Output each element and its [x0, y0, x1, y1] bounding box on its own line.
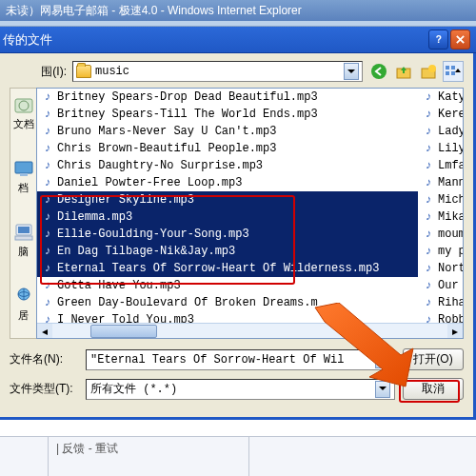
sidebar-computer[interactable]: 脑 [10, 222, 36, 259]
scroll-left-icon[interactable]: ◂ [37, 324, 52, 339]
file-name: Dilemma.mp3 [57, 210, 132, 224]
open-file-dialog: 传的文件 ? 围(I): music [0, 27, 476, 420]
filetype-value: 所有文件 (*.*) [90, 381, 375, 397]
music-file-icon: ♪ [41, 245, 54, 258]
file-item[interactable]: ♪Green Day-Boulevard Of Broken Dreams.m [37, 294, 418, 311]
sidebar-network[interactable]: 居 [10, 286, 36, 323]
chevron-down-icon[interactable] [375, 351, 390, 368]
file-item[interactable]: ♪Our Kind Of L [418, 277, 464, 294]
music-file-icon: ♪ [41, 279, 54, 292]
music-file-icon: ♪ [41, 108, 54, 121]
file-item[interactable]: ♪Chris Daughtry-No Surprise.mp3 [37, 157, 418, 174]
music-file-icon: ♪ [41, 210, 54, 224]
scroll-right-icon[interactable]: ▸ [447, 324, 463, 339]
file-item[interactable]: ♪Daniel Powter-Free Loop.mp3 [37, 174, 418, 191]
sidebar-recent[interactable]: 文档 [10, 94, 36, 131]
file-item[interactable]: ♪Mann-Buzzin. [418, 174, 464, 191]
view-menu-button[interactable] [443, 61, 464, 82]
svg-rect-6 [451, 66, 455, 69]
svg-rect-5 [446, 66, 449, 69]
file-name: Britney Spears-Till The World Ends.mp3 [57, 108, 318, 121]
sidebar-label: 档 [10, 181, 36, 195]
file-name: Mann-Buzzin. [438, 176, 464, 189]
file-item[interactable]: ♪my prayer.mp3 [418, 243, 464, 260]
filetype-label: 文件类型(T): [10, 381, 78, 397]
filename-label: 文件名(N): [10, 351, 78, 367]
help-button[interactable]: ? [428, 30, 448, 50]
file-item[interactable]: ♪Britney Spears-Till The World Ends.mp3 [37, 106, 418, 123]
file-name: Daniel Powter-Free Loop.mp3 [57, 176, 242, 189]
chevron-down-icon[interactable] [375, 381, 390, 398]
file-item[interactable]: ♪Bruno Mars-Never Say U Can't.mp3 [37, 123, 418, 140]
status-bar: | 反馈 - 重试 [0, 436, 476, 476]
file-item[interactable]: ♪Chris Brown-Beautiful People.mp3 [37, 140, 418, 157]
file-item[interactable]: ♪Designer Skyline.mp3 [37, 191, 418, 208]
horizontal-scrollbar[interactable]: ◂ ▸ [37, 323, 463, 338]
music-file-icon: ♪ [41, 90, 54, 104]
file-name: Ellie-Goulding-Your-Song.mp3 [57, 228, 249, 241]
file-list-pane[interactable]: ♪Britney Spears-Drop Dead Beautiful.mp3♪… [36, 88, 464, 339]
folder-icon [76, 65, 91, 78]
music-file-icon: ♪ [422, 176, 435, 189]
music-file-icon: ♪ [41, 228, 54, 241]
file-item[interactable]: ♪Lady Gaga-Jud [418, 123, 464, 140]
file-item[interactable]: ♪Lmfao-Party F [418, 157, 464, 174]
back-button[interactable] [368, 61, 389, 82]
file-name: Michael Jacks [438, 193, 464, 207]
file-name: Our Kind Of L [438, 279, 464, 292]
file-item[interactable]: ♪Gotta Have You.mp3 [37, 277, 418, 294]
music-file-icon: ♪ [41, 159, 54, 172]
file-item[interactable]: ♪Rihanna-S&M.m [418, 294, 464, 311]
svg-rect-7 [446, 71, 449, 75]
filename-combo[interactable]: "Eternal Tears Of Sorrow-Heart Of Wil [86, 349, 395, 370]
chevron-down-icon[interactable] [344, 63, 359, 80]
cancel-button[interactable]: 取消 [403, 378, 464, 400]
file-name: Gotta Have You.mp3 [57, 279, 181, 292]
status-cell [0, 437, 48, 476]
file-item[interactable]: ♪Ellie-Goulding-Your-Song.mp3 [37, 226, 418, 243]
file-name: Rihanna-S&M.m [438, 296, 464, 309]
dialog-title-bar: 传的文件 ? [0, 27, 476, 53]
file-item[interactable]: ♪moumoon - [418, 226, 464, 243]
scroll-thumb[interactable] [90, 325, 157, 338]
music-file-icon: ♪ [422, 193, 435, 207]
status-cell [249, 437, 476, 476]
file-name: my prayer.mp3 [438, 245, 464, 258]
file-name: Keren Ann-All [438, 108, 464, 121]
sidebar-desktop[interactable]: 档 [10, 158, 36, 195]
cancel-button-label: 取消 [422, 381, 445, 397]
file-name: moumoon - [438, 228, 464, 241]
file-name: Bruno Mars-Never Say U Can't.mp3 [57, 125, 276, 138]
places-sidebar: 文档 档 脑 居 [10, 88, 36, 339]
music-file-icon: ♪ [422, 262, 435, 275]
music-file-icon: ♪ [422, 125, 435, 138]
filetype-combo[interactable]: 所有文件 (*.*) [86, 379, 395, 400]
file-name: Katy Perry-Fi [438, 90, 464, 104]
file-item[interactable]: ♪En Dag Tilbage-Nik&Jay.mp3 [37, 243, 418, 260]
look-in-combo[interactable]: music [72, 61, 363, 82]
music-file-icon: ♪ [422, 142, 435, 155]
svg-rect-14 [18, 227, 30, 233]
file-item[interactable]: ♪Katy Perry-Fi [418, 89, 464, 106]
new-folder-button[interactable] [418, 61, 439, 82]
up-one-level-button[interactable] [393, 61, 414, 82]
svg-text:?: ? [436, 34, 442, 45]
open-button[interactable]: 打开(O) [403, 348, 464, 370]
file-item[interactable]: ♪Britney Spears-Drop Dead Beautiful.mp3 [37, 89, 418, 106]
look-in-label: 围(I): [10, 64, 67, 80]
music-file-icon: ♪ [422, 245, 435, 258]
music-file-icon: ♪ [41, 193, 54, 207]
file-item[interactable]: ♪Keren Ann-All [418, 106, 464, 123]
file-item[interactable]: ♪Norther-The F [418, 260, 464, 277]
file-item[interactable]: ♪Lily Allen-Fu [418, 140, 464, 157]
file-item[interactable]: ♪Eternal Tears Of Sorrow-Heart Of Wilder… [37, 260, 418, 277]
status-links[interactable]: | 反馈 - 重试 [49, 437, 248, 476]
file-item[interactable]: ♪Michael Jacks [418, 191, 464, 208]
file-item[interactable]: ♪Dilemma.mp3 [37, 208, 418, 226]
file-name: En Dag Tilbage-Nik&Jay.mp3 [57, 245, 235, 258]
file-name: Designer Skyline.mp3 [57, 193, 194, 207]
file-name: Chris Daughtry-No Surprise.mp3 [57, 159, 263, 172]
file-item[interactable]: ♪Mika-Any Othe [418, 208, 464, 226]
close-button[interactable] [450, 30, 470, 50]
browser-title-bar: 未读）网易电子邮箱 - 极速4.0 - Windows Internet Exp… [0, 0, 476, 21]
